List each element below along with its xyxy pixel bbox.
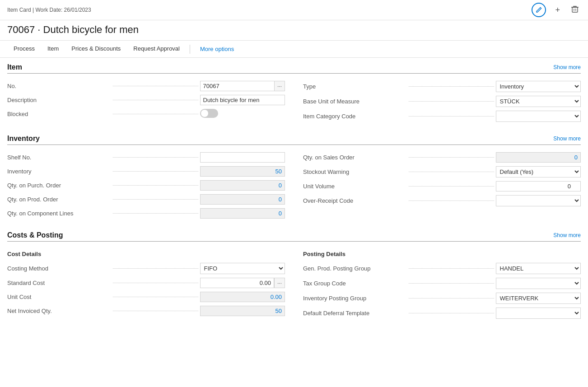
field-input-unit-cost: 0.00 — [200, 292, 285, 302]
dots-qty-purch — [113, 185, 198, 186]
unit-volume-input[interactable] — [496, 181, 581, 191]
field-label-qty-prod: Qty. on Prod. Order — [7, 196, 111, 203]
item-right-fields: Type Inventory Service Non-Inventory Bas… — [303, 79, 581, 124]
nav-item-item[interactable]: Item — [41, 41, 65, 57]
base-uom-select[interactable]: STÜCK PCS — [496, 96, 581, 107]
field-row-standard-cost: Standard Cost ··· — [7, 276, 285, 290]
dots-qty-component — [113, 213, 198, 214]
field-input-type: Inventory Service Non-Inventory — [496, 81, 581, 92]
dots-shelf-no — [113, 157, 198, 158]
field-label-costing-method: Costing Method — [7, 265, 111, 272]
description-input[interactable] — [200, 95, 285, 105]
field-row-over-receipt: Over-Receipt Code — [303, 193, 581, 208]
item-section-header: Item Show more — [7, 63, 581, 74]
item-fields-grid: No. ··· Description — [7, 79, 581, 124]
shelf-no-input[interactable] — [200, 152, 285, 163]
field-row-description: Description — [7, 93, 285, 107]
field-input-qty-sales: 0 — [496, 152, 581, 163]
qty-prod-value: 0 — [200, 194, 285, 205]
costs-show-more[interactable]: Show more — [553, 232, 581, 238]
field-label-gen-prod-posting: Gen. Prod. Posting Group — [303, 265, 407, 272]
dots-type — [409, 86, 494, 87]
qty-sales-value: 0 — [496, 152, 581, 163]
dots-inventory — [113, 171, 198, 172]
nav-separator — [190, 45, 190, 54]
field-row-deferral-template: Default Deferral Template — [303, 306, 581, 321]
field-input-inventory-posting: WEITERVERK — [496, 293, 581, 304]
field-label-qty-sales: Qty. on Sales Order — [303, 154, 407, 161]
field-row-qty-purch: Qty. on Purch. Order 0 — [7, 178, 285, 192]
add-button[interactable]: + — [553, 4, 562, 17]
field-row-base-uom: Base Unit of Measure STÜCK PCS — [303, 94, 581, 109]
field-input-shelf-no — [200, 152, 285, 163]
item-left-fields: No. ··· Description — [7, 79, 285, 124]
field-label-over-receipt: Over-Receipt Code — [303, 197, 407, 204]
costing-method-select[interactable]: FIFO Average Standard — [200, 263, 285, 274]
dots-unit-cost — [113, 297, 198, 297]
field-label-shelf-no: Shelf No. — [7, 154, 111, 161]
costs-section-header: Costs & Posting Show more — [7, 231, 581, 242]
dots-gen-prod-posting — [409, 268, 494, 269]
nav-more[interactable]: More options — [194, 41, 240, 57]
gen-prod-posting-select[interactable]: HANDEL — [496, 263, 581, 274]
page-content: Item Show more No. ··· — [0, 63, 588, 326]
field-input-item-category — [496, 111, 581, 122]
no-input-group: ··· — [200, 81, 285, 91]
inventory-value: 50 — [200, 166, 285, 177]
stockout-warning-select[interactable]: Default (Yes) Yes No — [496, 166, 581, 177]
field-label-net-invoiced: Net Invoiced Qty. — [7, 308, 111, 314]
dots-over-receipt — [409, 200, 494, 201]
standard-cost-ellipsis-button[interactable]: ··· — [274, 278, 285, 288]
field-input-gen-prod-posting: HANDEL — [496, 263, 581, 274]
blocked-slider — [200, 109, 218, 118]
svg-rect-0 — [572, 7, 578, 12]
edit-button[interactable] — [532, 3, 546, 17]
item-category-select[interactable] — [496, 111, 581, 122]
posting-details-title: Posting Details — [303, 251, 581, 257]
costs-right-fields: Posting Details Gen. Prod. Posting Group… — [303, 247, 581, 321]
tax-group-select[interactable] — [496, 278, 581, 289]
field-label-inventory: Inventory — [7, 168, 111, 175]
blocked-toggle[interactable] — [200, 109, 218, 118]
nav-item-request-approval[interactable]: Request Approval — [127, 41, 186, 57]
dots-description — [113, 100, 198, 100]
standard-cost-input[interactable] — [200, 278, 274, 288]
field-input-unit-volume — [496, 181, 581, 191]
net-invoiced-value: 50 — [200, 306, 285, 316]
dots-costing-method — [113, 268, 198, 269]
field-row-tax-group: Tax Group Code — [303, 276, 581, 291]
delete-button[interactable] — [569, 3, 581, 17]
deferral-template-select[interactable] — [496, 308, 581, 319]
type-select[interactable]: Inventory Service Non-Inventory — [496, 81, 581, 92]
page-title: 70067 · Dutch bicycle for men — [0, 20, 588, 41]
top-bar: Item Card | Work Date: 26/01/2023 + — [0, 0, 588, 20]
field-input-blocked — [200, 109, 285, 119]
field-input-qty-component: 0 — [200, 208, 285, 219]
no-ellipsis-button[interactable]: ··· — [274, 81, 285, 91]
dots-net-invoiced — [113, 311, 198, 311]
field-row-inventory: Inventory 50 — [7, 164, 285, 178]
inventory-posting-select[interactable]: WEITERVERK — [496, 293, 581, 304]
item-show-more[interactable]: Show more — [553, 64, 581, 70]
field-row-unit-volume: Unit Volume — [303, 179, 581, 193]
dots-base-uom — [409, 101, 494, 102]
over-receipt-select[interactable] — [496, 195, 581, 206]
inventory-section: Inventory Show more Shelf No. Inventory — [7, 135, 581, 226]
field-input-costing-method: FIFO Average Standard — [200, 263, 285, 274]
inventory-show-more[interactable]: Show more — [553, 135, 581, 142]
field-label-item-category: Item Category Code — [303, 113, 407, 120]
work-date-label: Item Card | Work Date: 26/01/2023 — [7, 7, 532, 13]
nav-menu: Process Item Prices & Discounts Request … — [0, 41, 588, 58]
field-row-item-category: Item Category Code — [303, 109, 581, 124]
costs-section: Costs & Posting Show more Cost Details C… — [7, 231, 581, 326]
field-input-no: ··· — [200, 81, 285, 91]
nav-item-prices[interactable]: Prices & Discounts — [65, 41, 127, 57]
no-input[interactable] — [200, 81, 274, 91]
dots-unit-volume — [409, 186, 494, 187]
item-section-title: Item — [7, 63, 22, 71]
dots-standard-cost — [113, 283, 198, 283]
cost-details-title: Cost Details — [7, 251, 285, 257]
nav-item-process[interactable]: Process — [7, 41, 41, 57]
field-input-qty-purch: 0 — [200, 180, 285, 191]
field-label-tax-group: Tax Group Code — [303, 280, 407, 287]
